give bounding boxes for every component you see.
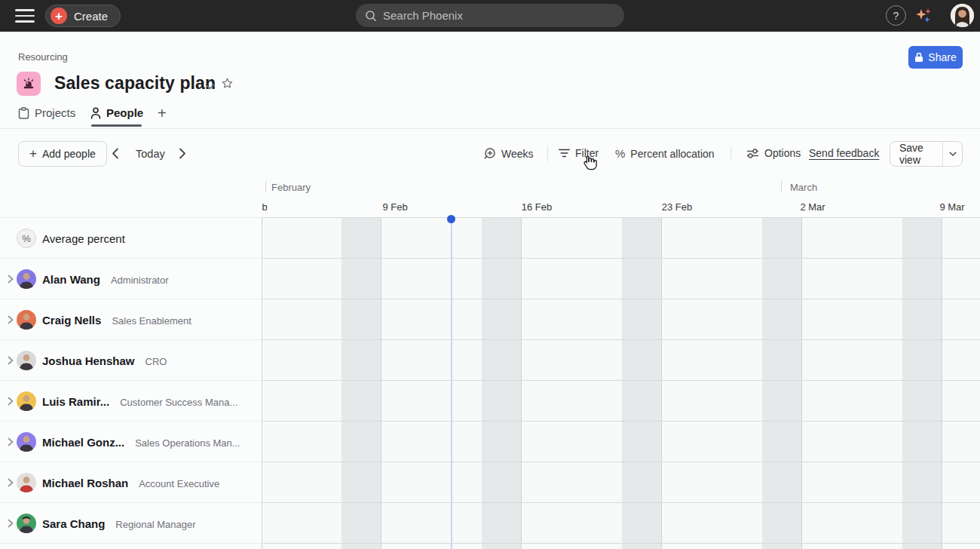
person-row[interactable]: Michael RoshanAccount Executive (0, 462, 262, 503)
filter-label: Filter (575, 147, 599, 159)
lock-icon (914, 52, 923, 63)
toolbar-divider (547, 146, 548, 161)
zoom-in-icon (483, 147, 496, 160)
month-tick (265, 181, 266, 192)
percent-allocation-button[interactable]: % Percent allocation (615, 147, 715, 160)
save-view-label[interactable]: Save view (890, 142, 942, 166)
active-tab-underline (91, 124, 142, 127)
person-row[interactable]: Michael Gonz...Sales Operations Man... (0, 422, 262, 462)
today-marker-line (451, 219, 452, 549)
person-row[interactable]: Craig NellsSales Enablement (0, 299, 262, 340)
person-role: CRO (145, 356, 167, 367)
person-name: Craig NellsSales Enablement (42, 314, 191, 327)
tab-people[interactable]: People (90, 106, 143, 119)
breadcrumb[interactable]: Resourcing (18, 51, 68, 63)
filter-icon (559, 148, 570, 158)
save-view-chevron-down-icon[interactable] (942, 142, 962, 166)
today-button[interactable]: Today (136, 148, 165, 160)
create-button[interactable]: + Create (45, 5, 121, 27)
expand-chevron-icon[interactable] (8, 356, 14, 365)
person-row[interactable]: Luis Ramir...Customer Success Mana... (0, 381, 262, 422)
schedule-grid[interactable] (262, 217, 980, 549)
weekend-band (622, 217, 661, 549)
week-date-label: 16 Feb (522, 201, 552, 213)
options-button[interactable]: Options (746, 147, 801, 159)
average-percent-row[interactable]: % Average percent (0, 218, 262, 259)
help-icon: ? (893, 10, 899, 22)
row-gridline (262, 380, 980, 381)
percent-allocation-label: Percent allocation (630, 148, 714, 160)
share-button[interactable]: Share (908, 46, 963, 69)
percent-icon: % (615, 147, 625, 160)
row-gridline (262, 421, 980, 422)
tab-people-label: People (106, 106, 143, 119)
add-tab-button[interactable]: + (158, 105, 167, 122)
person-name: Michael Gonz...Sales Operations Man... (42, 436, 240, 449)
title-chevron-down-icon[interactable] (205, 80, 215, 94)
person-role: Regional Manager (115, 519, 195, 530)
week-gridline (942, 217, 942, 549)
plus-icon: + (29, 146, 37, 161)
add-people-button[interactable]: + Add people (18, 141, 107, 167)
week-gridline (521, 217, 522, 549)
avatar (17, 391, 36, 411)
filter-button[interactable]: Filter (559, 147, 599, 159)
person-row[interactable]: Alan WangAdministrator (0, 259, 262, 299)
page-title: Sales capacity plan (54, 73, 216, 94)
row-gridline (262, 299, 980, 299)
percent-circle-icon: % (17, 228, 36, 248)
row-gridline (262, 543, 980, 544)
global-search[interactable] (356, 4, 624, 27)
month-label: March (790, 182, 817, 193)
ai-sparkle-icon[interactable] (914, 6, 934, 26)
clipboard-icon (18, 107, 29, 119)
today-marker-dot (447, 215, 455, 223)
star-icon[interactable] (221, 77, 234, 93)
month-tick (781, 181, 782, 192)
week-gridline (262, 217, 262, 549)
row-gridline (262, 502, 980, 503)
avatar (17, 269, 36, 289)
week-date-label: 9 Mar (939, 201, 964, 213)
person-row[interactable]: Sara ChangRegional Manager (0, 503, 262, 544)
avatar (17, 432, 36, 452)
expand-chevron-icon[interactable] (8, 478, 14, 487)
row-gridline (262, 339, 980, 340)
hamburger-menu-icon[interactable] (15, 9, 35, 23)
app-window: + Create ? (0, 0, 980, 549)
weekend-band (482, 217, 521, 549)
topbar: + Create ? (0, 0, 980, 32)
send-feedback-link[interactable]: Send feedback (809, 147, 879, 159)
person-icon (90, 107, 101, 119)
person-name: Alan WangAdministrator (42, 273, 169, 286)
avatar (17, 473, 36, 492)
help-button[interactable]: ? (886, 5, 906, 26)
zoom-weeks-button[interactable]: Weeks (483, 147, 534, 160)
add-people-label: Add people (42, 148, 96, 160)
user-avatar[interactable] (951, 4, 974, 27)
expand-chevron-icon[interactable] (8, 437, 14, 446)
save-view-button[interactable]: Save view (890, 141, 963, 167)
tab-projects[interactable]: Projects (18, 106, 75, 119)
expand-chevron-icon[interactable] (8, 519, 14, 528)
search-icon (365, 10, 377, 22)
previous-week-button[interactable] (112, 148, 119, 162)
row-gridline (262, 462, 980, 462)
people-panel: % Average percent Alan WangAdministrator… (0, 175, 262, 549)
person-name: Sara ChangRegional Manager (42, 517, 196, 530)
tab-projects-label: Projects (35, 106, 75, 119)
week-gridline (381, 217, 381, 549)
next-week-button[interactable] (179, 148, 186, 162)
week-gridline (661, 217, 662, 549)
expand-chevron-icon[interactable] (8, 397, 14, 406)
person-row[interactable]: Joshua HenshawCRO (0, 340, 262, 381)
person-name: Michael RoshanAccount Executive (42, 477, 219, 489)
week-gridline (801, 217, 802, 549)
search-input[interactable] (383, 9, 615, 22)
expand-chevron-icon[interactable] (8, 274, 14, 284)
plus-circle-icon: + (51, 8, 67, 24)
expand-chevron-icon[interactable] (8, 315, 14, 324)
month-label: February (271, 182, 311, 193)
send-feedback-label: Send feedback (809, 147, 879, 159)
row-gridline (262, 217, 980, 218)
